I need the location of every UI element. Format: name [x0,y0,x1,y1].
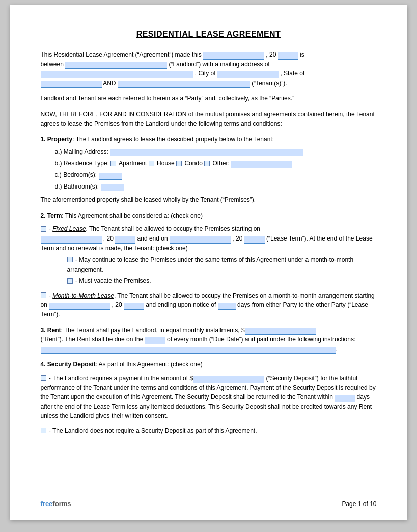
year-field[interactable] [278,52,298,60]
apartment-label: Apartment [119,159,149,167]
date-field[interactable] [203,52,264,60]
intro-and: AND [103,79,116,87]
section2-fixed: - Fixed Lease. The Tenant shall be allow… [41,224,377,286]
intro-is: is [300,51,304,58]
mailing-address-input[interactable] [110,149,303,156]
mailing-address-field[interactable] [41,71,193,78]
section4-opt1-pre: - The Landlord requires a payment in the… [49,375,193,382]
vacate-checkbox[interactable] [67,278,73,284]
house-label: House [157,159,176,167]
section1-footer: The aforementioned property shall be lea… [41,195,377,205]
fixed-lease-checkbox[interactable] [41,226,46,232]
section1: 1. Property: The Landlord agrees to leas… [41,135,377,205]
fixed-start-year[interactable] [115,236,135,244]
section1-a: a.) Mailing Address: [55,147,377,157]
section1-items: a.) Mailing Address: b.) Residence Type:… [55,147,377,191]
month-lease-checkbox[interactable] [41,292,46,298]
intro-landlord-label: (“Landlord”) with a mailing address of [169,61,270,68]
intro-line1-pre: This Residential Lease Agreement (“Agree… [41,51,202,58]
section1-b: b.) Residence Type: Apartment House Cond… [55,158,377,168]
freeforms-branding: freeforms [41,500,71,508]
fixed-20-2: , 20 [232,235,242,242]
fixed-text: . The Tenant shall be allowed to occupy … [86,225,260,232]
section2: 2. Term: This Agreement shall be conside… [41,211,377,320]
section4-option2: - The Landlord does not require a Securi… [41,426,377,436]
section1-a-label: a.) Mailing Address: [55,148,108,155]
page-number: Page 1 of 10 [342,500,376,508]
section3-text: : The Tenant shall pay the Landlord, in … [61,327,245,334]
city-field[interactable] [217,71,279,78]
other-label: Other: [213,159,232,167]
landlord-name-field[interactable] [65,62,167,69]
house-checkbox[interactable] [149,161,154,166]
due-date-field[interactable] [145,337,165,344]
intro-paragraph: This Residential Lease Agreement (“Agree… [41,50,377,88]
fixed-20-1: , 20 [103,235,114,242]
section1-c: c.) Bedroom(s): [55,170,377,180]
security-deposit-required-checkbox[interactable] [41,375,46,381]
month-lease-label: Month-to-Month Lease [52,292,114,299]
section3-heading: 3. Rent [41,327,61,334]
intro-20: , 20 [266,51,276,58]
fixed-end-date[interactable] [170,236,231,244]
security-deposit-amount-field[interactable] [193,376,264,383]
document-title: RESIDENTIAL LEASE AGREEMENT [41,30,377,39]
consideration-text: NOW, THEREFORE, FOR AND IN CONSIDERATION… [41,110,377,128]
continue-lease-text: - May continue to lease the Premises und… [67,256,354,273]
section1-d-label: d.) Bathroom(s): [55,183,99,190]
other-input[interactable] [231,161,292,168]
month-start-date[interactable] [49,303,110,310]
section4-text: : As part of this Agreement: (check one) [96,361,203,368]
condo-label: Condo [184,159,204,167]
intro-between: between [41,61,64,68]
no-security-deposit-checkbox[interactable] [41,428,46,433]
section3-text2: (“Rent”). The Rent shall be due on the [41,336,144,343]
section2-text: : This Agreement shall be considered a: … [62,212,203,219]
brand-free: free [41,500,53,508]
section4-heading: 4. Security Deposit [41,361,96,368]
section2-sub2: - Must vacate the Premises. [67,276,377,286]
tenant-name-field[interactable] [118,81,250,88]
section4: 4. Security Deposit: As part of this Agr… [41,360,377,435]
section3: 3. Rent: The Tenant shall pay the Landlo… [41,326,377,354]
other-checkbox[interactable] [204,161,210,166]
bedrooms-input[interactable] [99,173,122,180]
section4-opt2: - The Landlord does not require a Securi… [49,427,257,434]
vacate-text: - Must vacate the Premises. [75,277,151,284]
condo-checkbox[interactable] [176,161,182,166]
fixed-end-year[interactable] [244,236,265,244]
section2-month: - Month-to-Month Lease. The Tenant shall… [41,291,377,320]
section3-text3: of every month (“Due Date”) and paid und… [167,336,355,343]
payment-instructions-field[interactable] [41,347,336,354]
month-start-year[interactable] [124,303,144,310]
document-page: RESIDENTIAL LEASE AGREEMENT This Residen… [10,5,407,520]
fixed-start-date[interactable] [41,236,102,244]
section2-heading: 2. Term [41,212,62,219]
security-deposit-days-field[interactable] [335,395,355,402]
continue-lease-checkbox[interactable] [67,257,73,262]
intro-city-pre: , City of [195,70,216,77]
section1-c-label: c.) Bedroom(s): [55,171,97,178]
state-field[interactable] [41,81,102,88]
fixed-and-end: and end on [137,235,168,242]
bathrooms-input[interactable] [101,184,124,191]
brand-forms: forms [52,500,71,508]
intro-state: , State of [280,70,304,77]
apartment-checkbox[interactable] [110,161,116,166]
rent-amount-field[interactable] [245,328,316,335]
section1-heading: 1. Property [41,136,73,143]
section1-b-label: b.) Residence Type: [55,159,109,167]
section4-option1: - The Landlord requires a payment in the… [41,374,377,421]
month-20: , 20 [112,301,122,308]
notice-days-field[interactable] [218,303,236,310]
section2-sub1: - May continue to lease the Premises und… [67,255,377,274]
fixed-lease-label: Fixed Lease [52,225,86,232]
section2-sub-options: - May continue to lease the Premises und… [67,255,377,286]
section1-text: : The Landlord agrees to lease the descr… [72,136,274,143]
section3-period: . [336,345,338,353]
intro-tenant-label: (“Tenant(s)”). [252,79,287,87]
parties-note: Landlord and Tenant are each referred to… [41,94,377,103]
section1-d: d.) Bathroom(s): [55,182,377,192]
month-ending: and ending upon notice of [146,301,216,308]
